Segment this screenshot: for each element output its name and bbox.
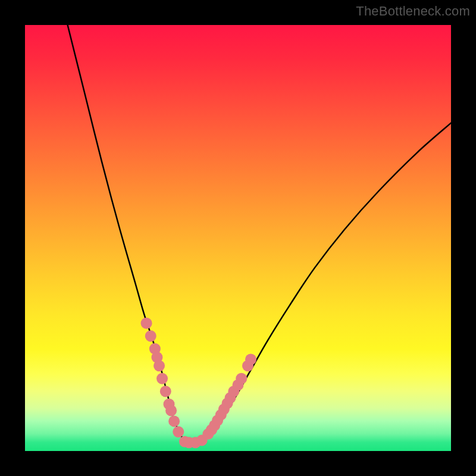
chart-overlay: [25, 25, 451, 451]
curve-line: [68, 25, 451, 443]
data-point: [145, 330, 156, 342]
data-point: [141, 318, 152, 329]
data-point: [165, 405, 177, 416]
chart-frame: TheBottleneck.com: [0, 0, 476, 476]
data-point: [245, 354, 256, 365]
plot-area: [25, 25, 451, 451]
data-point: [156, 373, 168, 384]
data-point: [173, 426, 184, 437]
data-point: [236, 373, 247, 384]
data-point: [160, 386, 171, 397]
data-point: [168, 415, 180, 427]
data-point: [154, 360, 165, 371]
watermark-text: TheBottleneck.com: [356, 4, 470, 19]
